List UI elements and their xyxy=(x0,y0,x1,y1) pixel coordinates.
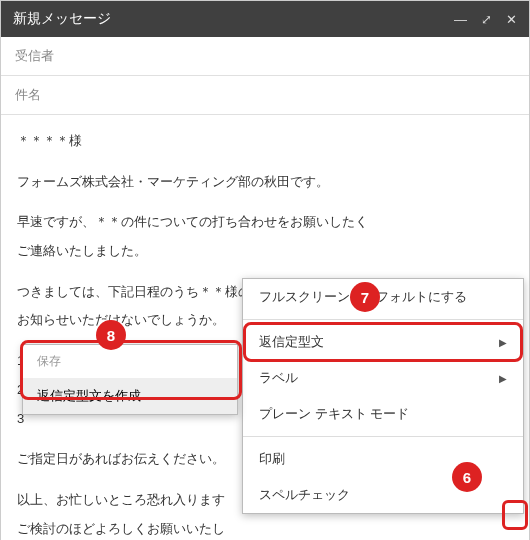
body-line: ご連絡いたしました。 xyxy=(17,239,513,264)
body-line: ＊＊＊＊様 xyxy=(17,129,513,154)
minimize-icon[interactable]: — xyxy=(454,12,467,27)
menu-plain-text[interactable]: プレーン テキスト モード xyxy=(243,396,523,432)
menu-canned-responses[interactable]: 返信定型文▶ xyxy=(243,324,523,360)
window-title: 新規メッセージ xyxy=(13,10,454,28)
menu-fullscreen-default[interactable]: フルスクリーンをデフォルトにする xyxy=(243,279,523,315)
close-icon[interactable]: ✕ xyxy=(506,12,517,27)
to-field[interactable]: 受信者 xyxy=(1,37,529,76)
annotation-badge: 6 xyxy=(452,462,482,492)
annotation-badge: 7 xyxy=(350,282,380,312)
submenu-create-canned[interactable]: 返信定型文を作成... xyxy=(23,378,237,414)
expand-icon[interactable]: ⤢ xyxy=(481,12,492,27)
body-line: 早速ですが、＊＊の件についての打ち合わせをお願いしたく xyxy=(17,210,513,235)
titlebar: 新規メッセージ — ⤢ ✕ xyxy=(1,1,529,37)
menu-label[interactable]: ラベル▶ xyxy=(243,360,523,396)
menu-spellcheck[interactable]: スペルチェック xyxy=(243,477,523,513)
submenu-header: 保存 xyxy=(23,345,237,378)
submenu-arrow-icon: ▶ xyxy=(499,337,507,348)
subject-field[interactable]: 件名 xyxy=(1,76,529,115)
canned-response-submenu: 保存 返信定型文を作成... xyxy=(22,344,238,415)
annotation-badge: 8 xyxy=(96,320,126,350)
body-line: ご検討のほどよろしくお願いいたし xyxy=(17,517,513,540)
titlebar-controls: — ⤢ ✕ xyxy=(454,12,517,27)
submenu-arrow-icon: ▶ xyxy=(499,373,507,384)
body-line: フォームズ株式会社・マーケティング部の秋田です。 xyxy=(17,170,513,195)
